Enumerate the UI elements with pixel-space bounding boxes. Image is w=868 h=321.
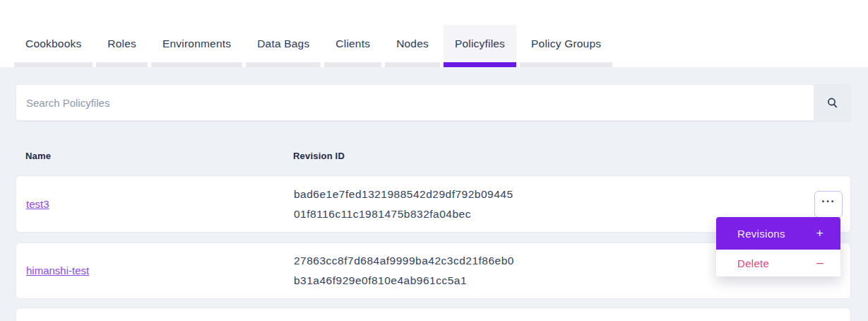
menu-item-delete[interactable]: Delete – [716,250,840,276]
tab-nodes[interactable]: Nodes [385,25,440,67]
menu-item-label: Delete [737,257,769,269]
tab-roles[interactable]: Roles [96,25,148,67]
tab-environments[interactable]: Environments [151,25,242,67]
policyfiles-content: Name Revision ID test3 bad6e1e7fed132198… [0,67,868,321]
table-header: Name Revision ID [16,151,851,161]
tab-data-bags[interactable]: Data Bags [246,25,321,67]
menu-item-revisions[interactable]: Revisions + [716,217,840,250]
row-actions-menu: Revisions + Delete – [716,217,840,276]
search-icon [826,97,838,109]
search-input[interactable] [16,85,814,120]
tab-label: Roles [107,37,136,50]
menu-item-label: Revisions [737,228,785,240]
policyfile-link-himanshi-test[interactable]: himanshi-test [26,264,89,276]
tab-label: Cookbooks [25,37,81,50]
column-header-revision-id: Revision ID [293,151,851,161]
revision-id-line: bad6e1e7fed1321988542d29df792b09445 [294,185,850,204]
search-button[interactable] [814,85,850,120]
policyfile-link-test3[interactable]: test3 [26,198,49,210]
tab-label: Data Bags [257,37,309,50]
name-cell: test3 [16,198,294,211]
tab-label: Policyfiles [455,37,505,50]
tab-clients[interactable]: Clients [324,25,381,67]
search-bar [16,84,851,121]
row-actions-button[interactable]: ... [814,191,843,218]
column-header-name: Name [16,151,293,161]
infra-tab-bar: Cookbooks Roles Environments Data Bags C… [0,0,868,67]
ellipsis-icon: ... [821,192,836,206]
tab-cookbooks[interactable]: Cookbooks [14,25,93,67]
tab-label: Nodes [396,37,429,50]
tab-label: Policy Groups [531,37,601,50]
policyfiles-page: Cookbooks Roles Environments Data Bags C… [0,0,868,321]
name-cell: himanshi-test [16,264,294,277]
plus-icon: + [816,226,824,240]
table-row-partial [16,308,851,321]
tab-label: Environments [162,37,231,50]
minus-icon: – [816,256,824,270]
tab-policy-groups[interactable]: Policy Groups [520,25,612,67]
tab-label: Clients [335,37,370,50]
tab-policyfiles[interactable]: Policyfiles [444,25,516,67]
